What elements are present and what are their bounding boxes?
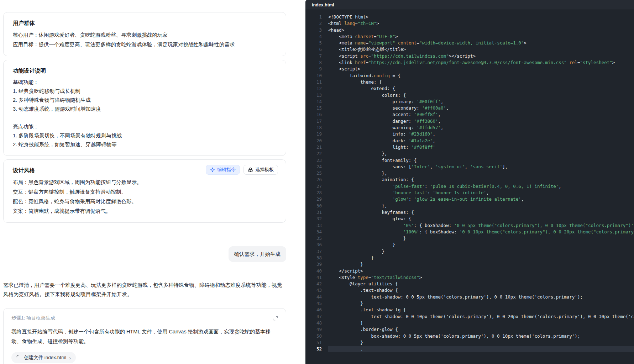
code-line[interactable]: 15 secondary: '#ff00a0', bbox=[305, 105, 634, 111]
code-line[interactable]: 6 <title>贪吃蛇变态版</title> bbox=[305, 46, 634, 53]
code-line[interactable]: 42 @layer utilities { bbox=[305, 281, 634, 287]
line-number: 27 bbox=[309, 183, 322, 190]
line-number: 48 bbox=[309, 320, 322, 326]
code-text: <meta name="viewport" content="width=dev… bbox=[328, 40, 634, 46]
card-feature-design: 功能设计说明 基础功能：1. 经典贪吃蛇移动与成长机制2. 多种特殊食物与障碍物… bbox=[3, 60, 286, 156]
text-line: 配色：霓虹风格，蛇身与食物采用高对比度鲜艳色彩。 bbox=[13, 197, 277, 206]
code-line[interactable]: 27 'pulse-fast': 'pulse 1s cubic-bezier(… bbox=[305, 183, 634, 190]
expand-icon[interactable] bbox=[273, 316, 278, 322]
code-line[interactable]: 28 'bounce-fast': 'bounce 1s infinite', bbox=[305, 190, 634, 196]
select-template-button[interactable]: 选择模板 bbox=[243, 165, 278, 175]
line-number: 23 bbox=[309, 157, 322, 164]
code-line[interactable]: 39 } bbox=[305, 261, 634, 268]
code-text: }, bbox=[328, 151, 634, 157]
line-number: 2 bbox=[309, 20, 322, 27]
code-line[interactable]: 44 text-shadow: 0 0 5px theme('colors.pr… bbox=[305, 294, 634, 300]
code-line[interactable]: 22 }, bbox=[305, 151, 634, 157]
code-text: '100%': { boxShadow: '0 0 10px theme("co… bbox=[328, 229, 634, 235]
code-line[interactable]: 37 } bbox=[305, 248, 634, 255]
line-number: 24 bbox=[309, 164, 322, 170]
code-text: <html lang="zh-CN"> bbox=[328, 20, 634, 27]
line-number: 49 bbox=[309, 326, 322, 333]
code-line[interactable]: 16 accent: '#00ff8f', bbox=[305, 111, 634, 118]
code-area[interactable]: 1<!DOCTYPE html>2<html lang="zh-CN">3<he… bbox=[305, 10, 634, 364]
code-line[interactable]: 11 theme: { bbox=[305, 79, 634, 85]
edit-instruction-button[interactable]: 编辑指令 bbox=[206, 165, 240, 175]
code-line[interactable]: 38 } bbox=[305, 255, 634, 261]
card-body: 布局：黑色背景游戏区域，周围为功能按钮与分数显示。交互：键盘方向键控制，触屏设备… bbox=[13, 178, 277, 216]
code-line[interactable]: 51 } bbox=[305, 339, 634, 346]
code-line[interactable]: 36 } bbox=[305, 242, 634, 248]
code-line[interactable]: 8 <link href="https://cdn.jsdelivr.net/n… bbox=[305, 59, 634, 66]
code-text: .text-shadow { bbox=[328, 287, 634, 294]
code-text: glow: { bbox=[328, 216, 634, 222]
code-line[interactable]: 45 } bbox=[305, 300, 634, 307]
code-line[interactable]: 23 fontFamily: { bbox=[305, 157, 634, 164]
code-text: } bbox=[328, 261, 634, 268]
code-line[interactable]: 12 extend: { bbox=[305, 85, 634, 92]
code-text: } bbox=[328, 248, 634, 255]
code-line[interactable]: 50 box-shadow: 0 0 5px theme('colors.pri… bbox=[305, 333, 634, 339]
code-line[interactable]: 29 'glow': 'glow 2s ease-in-out infinite… bbox=[305, 196, 634, 202]
text-line: 1. 经典贪吃蛇移动与成长机制 bbox=[13, 87, 277, 96]
code-line[interactable]: 1<!DOCTYPE html> bbox=[305, 14, 634, 20]
line-number: 33 bbox=[309, 222, 322, 229]
code-line[interactable]: 9 <script> bbox=[305, 66, 634, 72]
code-line[interactable]: 21 light: '#f8f8ff' bbox=[305, 144, 634, 151]
code-line[interactable]: 26 animation: { bbox=[305, 176, 634, 183]
step-title: 步骤1: 项目框架生成 bbox=[11, 315, 55, 321]
create-file-button[interactable]: 创建文件 index.html › bbox=[11, 352, 76, 363]
line-number: 46 bbox=[309, 307, 322, 313]
code-line[interactable]: 18 warning: '#ffdd57', bbox=[305, 125, 634, 131]
code-text: .border-glow { bbox=[328, 326, 634, 333]
code-line[interactable]: 33 '0%': { boxShadow: '0 0 5px theme("co… bbox=[305, 222, 634, 229]
code-line[interactable]: 32 glow: { bbox=[305, 216, 634, 222]
code-line[interactable]: 20 dark: '#1a1a2e', bbox=[305, 138, 634, 144]
code-line[interactable]: 24 sans: ['Inter', 'system-ui', 'sans-se… bbox=[305, 164, 634, 170]
code-line[interactable]: 13 colors: { bbox=[305, 92, 634, 99]
code-line[interactable]: 40 </script> bbox=[305, 268, 634, 274]
code-line[interactable]: 41 <style type="text/tailwindcss"> bbox=[305, 274, 634, 281]
code-text: tailwind.config = { bbox=[328, 73, 634, 79]
code-line[interactable]: 5 <meta name="viewport" content="width=d… bbox=[305, 40, 634, 46]
line-number: 43 bbox=[309, 287, 322, 294]
code-line[interactable]: 35 } bbox=[305, 235, 634, 242]
code-text: primary: '#00f0ff', bbox=[328, 99, 634, 105]
editor-tab[interactable]: index.html bbox=[312, 2, 334, 7]
code-line[interactable]: 25 }, bbox=[305, 170, 634, 176]
code-text: theme: { bbox=[328, 79, 634, 85]
code-line[interactable]: 10 tailwind.config = { bbox=[305, 73, 634, 79]
code-line[interactable]: 17 danger: '#ff3860', bbox=[305, 118, 634, 125]
chat-panel: 用户群体 核心用户：休闲游戏爱好者、贪吃蛇游戏粉丝、寻求刺激挑战的玩家应用目标：… bbox=[0, 0, 305, 364]
code-text: 'glow': 'glow 2s ease-in-out infinite al… bbox=[328, 196, 634, 202]
code-line[interactable]: 34 '100%': { boxShadow: '0 0 10px theme(… bbox=[305, 229, 634, 235]
code-line[interactable]: 30 }, bbox=[305, 203, 634, 209]
line-number: 8 bbox=[309, 59, 322, 66]
line-number: 19 bbox=[309, 131, 322, 137]
line-number: 11 bbox=[309, 79, 322, 85]
code-line[interactable]: 48 } bbox=[305, 320, 634, 326]
code-line[interactable]: 43 .text-shadow { bbox=[305, 287, 634, 294]
code-line[interactable]: 46 .text-shadow-lg { bbox=[305, 307, 634, 313]
card-user-group: 用户群体 核心用户：休闲游戏爱好者、贪吃蛇游戏粉丝、寻求刺激挑战的玩家应用目标：… bbox=[3, 12, 286, 56]
code-line[interactable]: 19 info: '#23d160', bbox=[305, 131, 634, 137]
editor-tab-bar: index.html bbox=[305, 0, 634, 10]
code-text: }, bbox=[328, 203, 634, 209]
code-line[interactable]: 49 .border-glow { bbox=[305, 326, 634, 333]
line-number: 22 bbox=[309, 151, 322, 157]
code-line[interactable]: 7 <script src="https://cdn.tailwindcss.c… bbox=[305, 53, 634, 59]
code-line[interactable]: 14 primary: '#00f0ff', bbox=[305, 99, 634, 105]
code-text: extend: { bbox=[328, 85, 634, 92]
code-text: accent: '#00ff8f', bbox=[328, 111, 634, 118]
code-line[interactable]: 4 <meta charset="UTF-8"> bbox=[305, 33, 634, 40]
text-line: 基础功能： bbox=[13, 78, 277, 87]
code-text: } bbox=[328, 255, 634, 261]
code-text: dark: '#1a1a2e', bbox=[328, 138, 634, 144]
code-line[interactable]: 47 text-shadow: 0 0 10px theme('colors.p… bbox=[305, 313, 634, 320]
line-number: 35 bbox=[309, 235, 322, 242]
code-line[interactable]: 3<head> bbox=[305, 27, 634, 33]
code-line[interactable]: 2<html lang="zh-CN"> bbox=[305, 20, 634, 27]
code-text: <title>贪吃蛇变态版</title> bbox=[328, 46, 634, 53]
code-line[interactable]: 52 . bbox=[305, 346, 634, 352]
code-line[interactable]: 31 keyframes: { bbox=[305, 209, 634, 216]
